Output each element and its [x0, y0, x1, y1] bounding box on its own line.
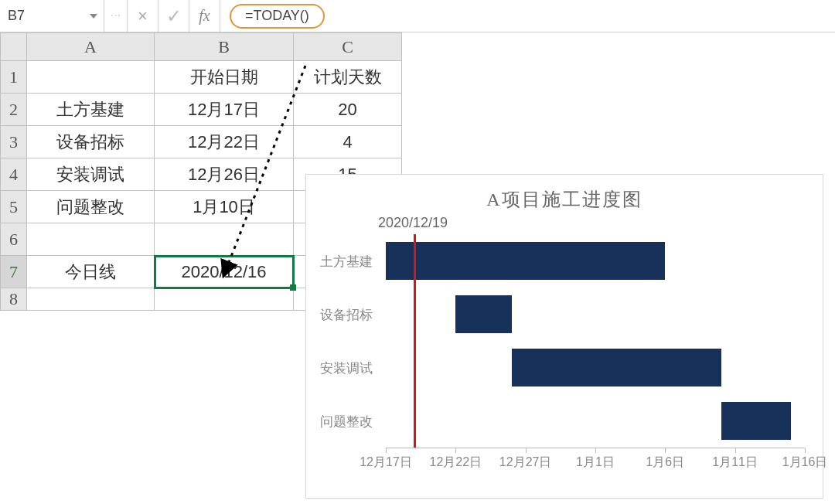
chart-title: A项目施工进度图: [320, 187, 809, 212]
cell-b7-value: 2020/12/16: [181, 262, 266, 281]
row-header-8[interactable]: 8: [1, 288, 27, 311]
row-header-7[interactable]: 7: [1, 256, 27, 288]
name-box[interactable]: B7: [0, 0, 104, 32]
chart-bar-label: 安装调试: [320, 359, 380, 376]
cell-c2[interactable]: 20: [294, 94, 402, 126]
chart-bar-label: 设备招标: [320, 305, 380, 323]
insert-function-button[interactable]: fx: [189, 0, 220, 32]
cell-a5[interactable]: 问题整改: [27, 191, 155, 223]
chart-plot-area: 土方基建设备招标安装调试问题整改12月17日12月22日12月27日1月1日1月…: [320, 234, 809, 466]
gantt-chart-panel: A项目施工进度图 2020/12/19 土方基建设备招标安装调试问题整改12月1…: [305, 174, 823, 499]
cell-b8[interactable]: [155, 288, 294, 311]
chart-today-line: [414, 234, 416, 448]
cell-b1[interactable]: 开始日期: [155, 61, 294, 94]
row-header-3[interactable]: 3: [1, 126, 27, 158]
cell-a7[interactable]: 今日线: [27, 256, 155, 288]
cell-b3[interactable]: 12月22日: [155, 126, 294, 158]
cell-a6[interactable]: [27, 223, 155, 256]
cell-a4[interactable]: 安装调试: [27, 158, 155, 191]
cell-c3[interactable]: 4: [294, 126, 402, 158]
cell-a2[interactable]: 土方基建: [27, 94, 155, 126]
col-header-a[interactable]: A: [27, 33, 155, 61]
cell-b4[interactable]: 12月26日: [155, 158, 294, 191]
row-header-5[interactable]: 5: [1, 191, 27, 223]
formula-toolbar: ⋮ fx: [104, 0, 220, 32]
chart-today-label: 2020/12/19: [378, 215, 809, 231]
cell-a8[interactable]: [27, 288, 155, 311]
cell-b5[interactable]: 1月10日: [155, 191, 294, 223]
chart-bar-label: 土方基建: [320, 252, 380, 270]
formula-toolbar-more-icon[interactable]: ⋮: [104, 0, 128, 32]
formula-input[interactable]: =TODAY(): [220, 0, 835, 32]
cell-a3[interactable]: 设备招标: [27, 126, 155, 158]
cell-b7[interactable]: 2020/12/16: [155, 256, 294, 288]
formula-cancel-button[interactable]: [128, 0, 158, 32]
row-header-6[interactable]: 6: [1, 223, 27, 256]
formula-confirm-button[interactable]: [158, 0, 189, 32]
col-header-c[interactable]: C: [294, 33, 402, 61]
select-all-corner[interactable]: [1, 33, 27, 61]
cell-b6[interactable]: [155, 223, 294, 256]
formula-bar: B7 ⋮ fx =TODAY(): [0, 0, 835, 32]
cell-b2[interactable]: 12月17日: [155, 94, 294, 126]
name-box-value: B7: [8, 8, 25, 24]
cell-c1[interactable]: 计划天数: [294, 61, 402, 94]
formula-text: =TODAY(): [230, 4, 325, 29]
cell-a1[interactable]: [27, 61, 155, 94]
row-header-1[interactable]: 1: [1, 61, 27, 94]
chart-bar-label: 问题整改: [320, 412, 380, 430]
row-header-2[interactable]: 2: [1, 94, 27, 126]
col-header-b[interactable]: B: [155, 33, 294, 61]
chart-tick: 1月16日: [805, 448, 806, 485]
fill-handle[interactable]: [290, 284, 296, 291]
name-box-dropdown-icon[interactable]: [90, 14, 97, 19]
chart-today-line-wrap: [386, 234, 805, 466]
row-header-4[interactable]: 4: [1, 158, 27, 191]
